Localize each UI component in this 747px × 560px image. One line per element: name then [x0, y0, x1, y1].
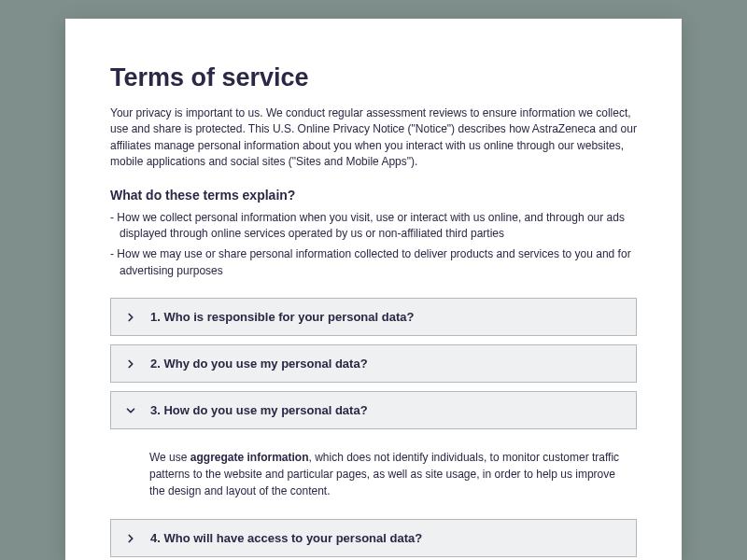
bullet-list: How we collect personal information when… [110, 210, 637, 280]
accordion-body: We use aggregate information, which does… [110, 438, 637, 511]
body-text-bold: aggregate information [190, 451, 309, 464]
accordion-header[interactable]: 2. Why do you use my personal data? [111, 345, 636, 382]
bullet-item: How we may use or share personal informa… [110, 246, 637, 279]
accordion-item-3: 3. How do you use my personal data? [110, 391, 637, 429]
accordion-header[interactable]: 3. How do you use my personal data? [111, 392, 636, 428]
chevron-right-icon [124, 532, 137, 545]
accordion-header[interactable]: 4. Who will have access to your personal… [111, 520, 636, 556]
accordion-title: 4. Who will have access to your personal… [150, 531, 422, 545]
accordion-header[interactable]: 1. Who is responsible for your personal … [111, 299, 636, 335]
page-title: Terms of service [110, 63, 637, 92]
accordion-item-1: 1. Who is responsible for your personal … [110, 298, 637, 336]
bullet-item: How we collect personal information when… [110, 210, 637, 243]
document-page: Terms of service Your privacy is importa… [65, 19, 682, 560]
intro-paragraph: Your privacy is important to us. We cond… [110, 105, 637, 171]
accordion-item-4: 4. Who will have access to your personal… [110, 519, 637, 557]
accordion: 1. Who is responsible for your personal … [110, 298, 637, 560]
accordion-item-2: 2. Why do you use my personal data? [110, 344, 637, 383]
accordion-title: 3. How do you use my personal data? [150, 403, 368, 417]
accordion-title: 1. Who is responsible for your personal … [150, 310, 414, 324]
chevron-right-icon [124, 311, 137, 324]
subheading: What do these terms explain? [110, 188, 637, 203]
chevron-right-icon [124, 357, 137, 371]
chevron-down-icon [124, 404, 137, 417]
accordion-title: 2. Why do you use my personal data? [150, 357, 368, 371]
body-text-prefix: We use [149, 451, 190, 464]
